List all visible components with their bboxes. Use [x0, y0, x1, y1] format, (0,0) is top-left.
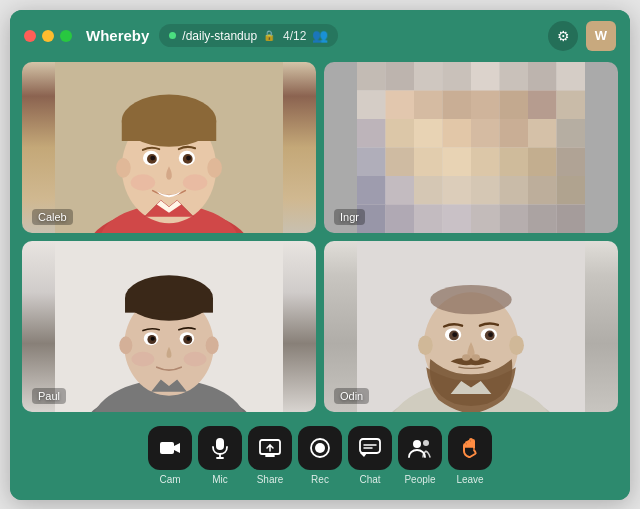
rec-button[interactable]: Rec [298, 426, 342, 485]
rec-icon-wrap [298, 426, 342, 470]
room-info-badge[interactable]: /daily-standup 🔒 4/12 👥 [159, 24, 338, 47]
svg-point-91 [430, 284, 511, 313]
rec-label: Rec [311, 474, 329, 485]
svg-rect-7 [122, 120, 216, 140]
share-icon-wrap [248, 426, 292, 470]
svg-point-98 [452, 332, 457, 337]
svg-point-93 [509, 335, 524, 355]
leave-label: Leave [456, 474, 483, 485]
svg-point-100 [462, 354, 470, 361]
mic-label: Mic [212, 474, 228, 485]
cam-label: Cam [159, 474, 180, 485]
svg-rect-102 [160, 442, 174, 454]
rec-icon [310, 438, 330, 458]
svg-point-8 [116, 158, 131, 178]
chat-label: Chat [359, 474, 380, 485]
odin-label: Odin [334, 388, 369, 404]
share-icon [259, 439, 281, 457]
svg-point-82 [151, 336, 155, 340]
svg-point-111 [315, 443, 325, 453]
avatar-label: W [595, 28, 607, 43]
people-icon-wrap [398, 426, 442, 470]
participant-count: 4/12 [283, 29, 306, 43]
traffic-lights [24, 30, 72, 42]
leave-icon-wrap [448, 426, 492, 470]
people-icon [408, 438, 432, 458]
mic-icon-wrap [198, 426, 242, 470]
toolbar: Cam Mic [10, 420, 630, 500]
paul-label: Paul [32, 388, 66, 404]
ingr-label: Ingr [334, 209, 365, 225]
svg-point-14 [150, 155, 155, 160]
maximize-button[interactable] [60, 30, 72, 42]
caleb-label: Caleb [32, 209, 73, 225]
gear-icon: ⚙ [557, 28, 570, 44]
svg-point-76 [119, 336, 132, 354]
titlebar: Whereby /daily-standup 🔒 4/12 👥 ⚙ W [10, 10, 630, 62]
svg-point-99 [488, 332, 493, 337]
svg-point-16 [131, 174, 155, 190]
app-window: Whereby /daily-standup 🔒 4/12 👥 ⚙ W [10, 10, 630, 500]
titlebar-actions: ⚙ W [548, 21, 616, 51]
chat-button[interactable]: Chat [348, 426, 392, 485]
cam-button[interactable]: Cam [148, 426, 192, 485]
share-button[interactable]: Share [248, 426, 292, 485]
video-tile-ingr: Ingr [324, 62, 618, 233]
active-dot [169, 32, 176, 39]
svg-point-116 [423, 440, 429, 446]
svg-point-15 [186, 155, 191, 160]
svg-point-115 [413, 440, 421, 448]
svg-point-77 [206, 336, 219, 354]
svg-rect-75 [125, 298, 213, 313]
odin-portrait [324, 241, 618, 412]
share-label: Share [257, 474, 284, 485]
people-label: People [404, 474, 435, 485]
user-avatar-button[interactable]: W [586, 21, 616, 51]
svg-point-85 [184, 351, 207, 366]
mic-icon [212, 437, 228, 459]
video-tile-odin: Odin [324, 241, 618, 412]
svg-rect-112 [360, 439, 380, 453]
settings-button[interactable]: ⚙ [548, 21, 578, 51]
lock-icon: 🔒 [263, 30, 275, 41]
close-button[interactable] [24, 30, 36, 42]
room-name: /daily-standup [182, 29, 257, 43]
people-icon: 👥 [312, 28, 328, 43]
ingr-portrait [324, 62, 618, 233]
svg-point-84 [132, 351, 155, 366]
svg-point-101 [472, 354, 480, 361]
svg-rect-67 [357, 62, 585, 233]
app-title: Whereby [86, 27, 149, 44]
caleb-portrait [22, 62, 316, 233]
video-grid: Caleb [10, 62, 630, 420]
people-button[interactable]: People [398, 426, 442, 485]
chat-icon-wrap [348, 426, 392, 470]
svg-rect-103 [216, 438, 224, 450]
chat-icon [359, 438, 381, 458]
paul-portrait [22, 241, 316, 412]
minimize-button[interactable] [42, 30, 54, 42]
video-tile-paul: Paul [22, 241, 316, 412]
leave-button[interactable]: Leave [448, 426, 492, 485]
cam-icon [159, 439, 181, 457]
leave-icon [459, 437, 481, 459]
svg-point-17 [183, 174, 207, 190]
video-tile-caleb: Caleb [22, 62, 316, 233]
cam-icon-wrap [148, 426, 192, 470]
mic-button[interactable]: Mic [198, 426, 242, 485]
svg-point-92 [418, 335, 433, 355]
svg-point-9 [207, 158, 222, 178]
svg-point-83 [187, 336, 191, 340]
